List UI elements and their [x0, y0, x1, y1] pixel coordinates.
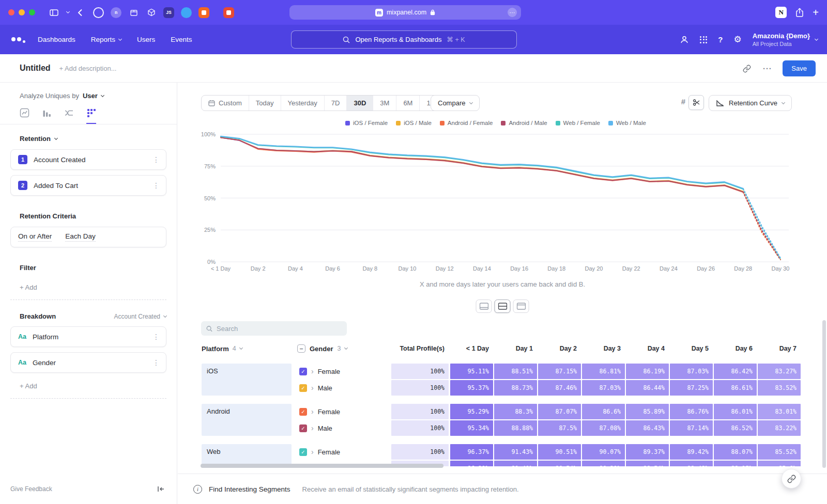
pinned-tab-cube-icon[interactable] — [146, 7, 157, 18]
retention-value-cell[interactable]: 95.37% — [450, 380, 493, 396]
retention-value-cell[interactable]: 86.19% — [626, 364, 669, 379]
nav-item-users[interactable]: Users — [130, 32, 162, 48]
retention-value-cell[interactable]: 96.37% — [450, 444, 493, 460]
retention-value-cell[interactable]: 83.22% — [758, 420, 801, 436]
back-icon[interactable] — [78, 9, 83, 17]
chart-type-select[interactable]: Retention Curve — [709, 95, 792, 111]
address-bar[interactable]: m mixpanel.com ⋯ — [289, 5, 521, 20]
chevron-right-icon[interactable]: › — [311, 424, 314, 432]
pinned-tab-red-icon[interactable] — [223, 7, 234, 18]
retention-value-cell[interactable]: 87.03% — [670, 364, 713, 379]
gender-cell[interactable]: ✓›Male — [297, 420, 390, 436]
search-input[interactable] — [217, 325, 342, 333]
series-line[interactable] — [221, 137, 743, 192]
gender-select-all-checkbox[interactable]: – — [297, 344, 305, 353]
nav-item-dashboards[interactable]: Dashboards — [31, 32, 82, 48]
retention-value-cell[interactable]: 95.11% — [450, 364, 493, 379]
apps-grid-icon[interactable] — [700, 36, 707, 43]
retention-value-cell[interactable]: 86.81% — [582, 364, 625, 379]
pinned-tab-circle-icon[interactable]: n — [111, 7, 121, 18]
retention-value-cell[interactable]: 88.73% — [494, 380, 537, 396]
gender-cell[interactable]: ✓›Female — [297, 404, 390, 419]
tab-insights[interactable] — [20, 108, 29, 124]
analyze-by-value[interactable]: User — [83, 92, 98, 100]
retention-value-cell[interactable]: 86.52% — [714, 420, 757, 436]
row-checkbox[interactable]: ✓ — [299, 384, 307, 392]
nav-item-reports[interactable]: Reports — [84, 32, 128, 48]
retention-step-card[interactable]: 2Added To Cart⋮ — [10, 175, 166, 196]
kebab-menu-icon[interactable]: ⋮ — [152, 181, 160, 190]
retention-value-cell[interactable]: 89.37% — [626, 444, 669, 460]
column-header[interactable]: Day 7 — [758, 345, 801, 352]
column-header[interactable]: Day 5 — [670, 345, 713, 352]
row-checkbox[interactable]: ✓ — [299, 408, 307, 416]
give-feedback-link[interactable]: Give Feedback — [10, 485, 52, 493]
legend-item[interactable]: iOS / Male — [396, 120, 432, 126]
retention-value-cell[interactable]: 91.43% — [494, 444, 537, 460]
chevron-right-icon[interactable]: › — [311, 448, 314, 456]
criteria-each-day-select[interactable]: Each Day — [65, 232, 96, 242]
platform-cell[interactable]: Web — [202, 444, 292, 466]
column-header[interactable]: Day 1 — [494, 345, 537, 352]
row-checkbox[interactable]: ✓ — [299, 368, 307, 375]
column-header[interactable]: < 1 Day — [450, 345, 493, 352]
add-filter-button[interactable]: + Add — [10, 279, 166, 300]
retention-value-cell[interactable]: 86.01% — [714, 404, 757, 419]
gender-column-header[interactable]: – Gender 3 — [297, 344, 390, 353]
date-range-today[interactable]: Today — [249, 96, 281, 111]
retention-value-cell[interactable]: 87.03% — [582, 380, 625, 396]
minimize-window-icon[interactable] — [19, 9, 25, 15]
tab-retention[interactable] — [86, 108, 96, 124]
breakdown-card[interactable]: AaPlatform⋮ — [10, 326, 166, 347]
mixpanel-logo[interactable] — [11, 36, 27, 44]
row-checkbox[interactable]: ✓ — [299, 424, 307, 432]
retention-criteria-card[interactable]: On or After Each Day — [10, 227, 166, 247]
retention-value-cell[interactable]: 87.14% — [670, 420, 713, 436]
retention-value-cell[interactable]: 87.25% — [670, 380, 713, 396]
help-icon[interactable]: ? — [718, 35, 723, 44]
tab-flows[interactable] — [64, 108, 74, 124]
add-breakdown-button[interactable]: + Add — [10, 378, 166, 399]
date-range-custom[interactable]: Custom — [202, 96, 249, 111]
annotations-icon[interactable]: # — [681, 97, 685, 106]
more-options-icon[interactable]: ⋯ — [762, 63, 771, 74]
retention-value-cell[interactable]: 87.46% — [538, 380, 581, 396]
pinned-tab-orange-icon[interactable] — [198, 7, 209, 18]
date-range-yesterday[interactable]: Yesterday — [281, 96, 325, 111]
legend-item[interactable]: iOS / Female — [345, 120, 388, 126]
retention-step-card[interactable]: 1Account Created⋮ — [10, 149, 166, 170]
legend-item[interactable]: Web / Male — [608, 120, 646, 126]
kebab-menu-icon[interactable]: ⋮ — [152, 358, 160, 367]
retention-value-cell[interactable]: 86.76% — [670, 404, 713, 419]
retention-value-cell[interactable]: 86.61% — [714, 380, 757, 396]
platform-cell[interactable]: iOS — [202, 364, 292, 396]
column-header[interactable]: Day 3 — [582, 345, 625, 352]
retention-value-cell[interactable]: 88.88% — [494, 420, 537, 436]
retention-value-cell[interactable]: 86.6% — [582, 404, 625, 419]
retention-value-cell[interactable]: 86.42% — [714, 364, 757, 379]
retention-value-cell[interactable]: 95.29% — [450, 404, 493, 419]
retention-value-cell[interactable]: 88.3% — [494, 404, 537, 419]
date-range-7d[interactable]: 7D — [325, 96, 347, 111]
retention-value-cell[interactable]: 89.42% — [670, 444, 713, 460]
chevron-right-icon[interactable]: › — [311, 367, 314, 375]
retention-value-cell[interactable]: 83.52% — [758, 380, 801, 396]
global-search-button[interactable]: Open Reports & Dashboards ⌘ + K — [291, 30, 517, 49]
vertical-scrollbar[interactable] — [822, 320, 826, 468]
retention-value-cell[interactable]: 88.51% — [494, 364, 537, 379]
retention-value-cell[interactable]: 95.34% — [450, 420, 493, 436]
retention-value-cell[interactable]: 87.07% — [538, 404, 581, 419]
pinned-tab-ring-icon[interactable] — [93, 7, 104, 18]
legend-item[interactable]: Android / Male — [501, 120, 547, 126]
criteria-on-or-after-select[interactable]: On or After — [18, 232, 52, 242]
chevron-right-icon[interactable]: › — [311, 384, 314, 392]
breakdown-scope-select[interactable]: Account Created — [114, 313, 166, 320]
clip-tool-button[interactable] — [688, 95, 704, 110]
date-range-3m[interactable]: 3M — [373, 96, 396, 111]
tab-funnels[interactable] — [42, 108, 52, 124]
pinned-tab-package-icon[interactable] — [128, 7, 139, 18]
chevron-down-icon[interactable] — [66, 10, 70, 13]
kebab-menu-icon[interactable]: ⋮ — [152, 155, 160, 164]
retention-value-cell[interactable]: 87.08% — [582, 420, 625, 436]
find-segments-title[interactable]: Find Interesting Segments — [209, 485, 290, 493]
